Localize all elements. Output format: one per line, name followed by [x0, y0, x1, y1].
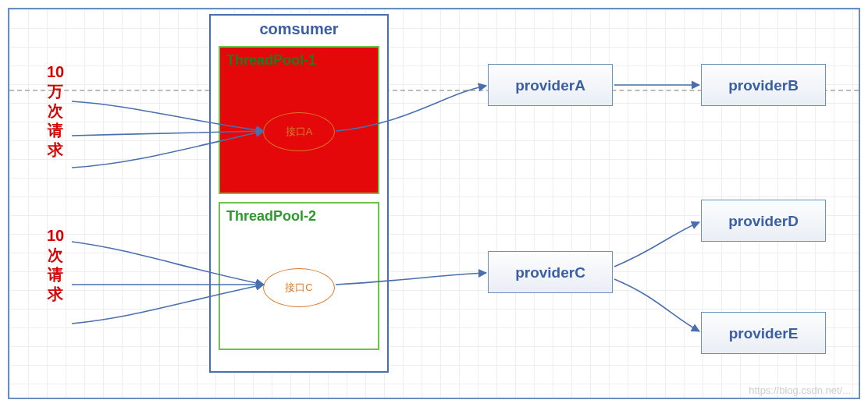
- provider-d: providerD: [701, 200, 826, 242]
- label-10-requests: 10 次 请 求: [47, 226, 64, 304]
- interface-c: 接口C: [263, 268, 335, 307]
- threadpool-1-title: ThreadPool-1: [220, 48, 378, 69]
- watermark: https://blog.csdn.net/...: [749, 384, 851, 396]
- text: 次: [47, 246, 64, 265]
- text: 请: [47, 265, 64, 285]
- consumer-box: comsumer ThreadPool-1 接口A ThreadPool-2 接…: [209, 14, 389, 373]
- text: 万: [47, 82, 64, 101]
- provider-e: providerE: [701, 312, 826, 354]
- text: 次: [47, 101, 64, 121]
- label-100k-requests: 10 万 次 请 求: [47, 62, 64, 160]
- text: 10: [47, 226, 64, 246]
- provider-b: providerB: [701, 64, 826, 106]
- threadpool-1: ThreadPool-1 接口A: [219, 46, 379, 194]
- text: 10: [47, 62, 64, 82]
- threadpool-2: ThreadPool-2 接口C: [219, 202, 379, 350]
- provider-a: providerA: [488, 64, 613, 106]
- diagram-canvas: 10 万 次 请 求 10 次 请 求 comsumer ThreadPool-…: [0, 0, 868, 407]
- interface-a: 接口A: [263, 112, 335, 151]
- text: 求: [47, 140, 64, 160]
- consumer-title: comsumer: [211, 16, 387, 41]
- threadpool-2-title: ThreadPool-2: [220, 204, 378, 225]
- text: 请: [47, 121, 64, 140]
- provider-c: providerC: [488, 251, 613, 293]
- text: 求: [47, 285, 64, 304]
